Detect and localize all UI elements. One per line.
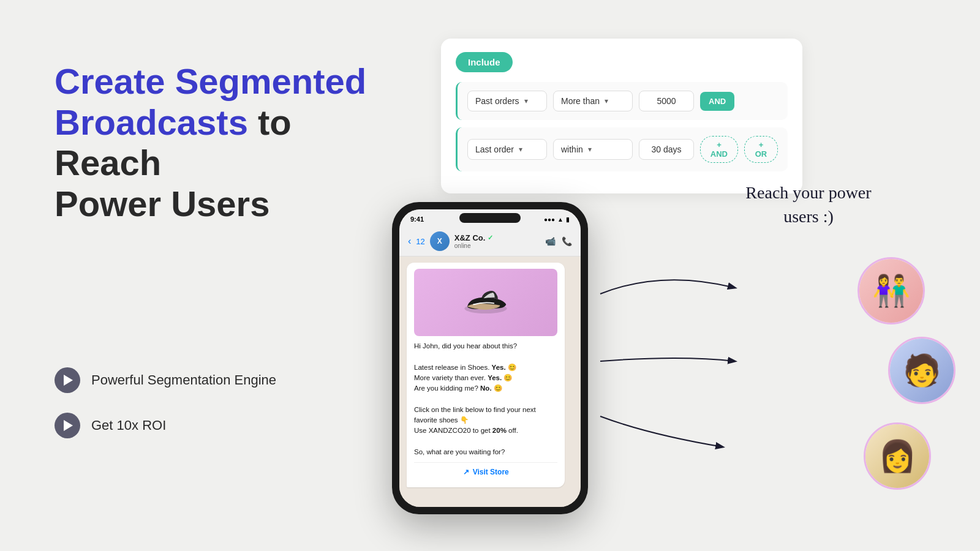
person-image-1: 👫 [859,259,923,323]
header-action-icons: 📹 📞 [545,236,572,246]
feature-item-1: Powerful Segmentation Engine [55,367,276,393]
feature-text-2: Get 10x ROI [91,418,166,433]
back-count[interactable]: 12 [416,237,424,246]
company-name: X&Z Co. ✓ [454,233,540,242]
headline-blue-part2: Broadcasts [55,102,248,142]
video-call-icon[interactable]: 📹 [545,236,556,246]
more-than-select[interactable]: More than ▾ [553,91,633,111]
features-section: Powerful Segmentation Engine Get 10x ROI [55,367,276,458]
headline-blue-part1: Create Segmented [55,61,366,101]
plus-or-button[interactable]: + OR [744,136,778,163]
last-order-select[interactable]: Last order ▾ [467,139,547,160]
and-button[interactable]: AND [700,92,734,111]
time-display: 9:41 [410,216,424,223]
status-icons: ●●● ▲ ▮ [544,216,570,223]
company-info: X&Z Co. ✓ online [454,233,540,249]
phone-notch [459,213,521,223]
back-arrow-icon[interactable]: ‹ [408,236,411,247]
plus-and-button[interactable]: + AND [700,136,738,163]
past-orders-select[interactable]: Past orders ▾ [467,91,547,111]
chevron-down-icon: ▾ [524,97,528,105]
play-icon-1 [55,367,80,393]
phone-call-icon[interactable]: 📞 [562,236,572,246]
chevron-down-icon-3: ▾ [519,145,522,154]
signal-icon: ●●● [544,216,555,223]
feature-item-2: Get 10x ROI [55,413,276,438]
feature-text-1: Powerful Segmentation Engine [91,372,276,388]
company-status: online [454,242,540,249]
avatar-3: 👩 [864,422,931,490]
value-input-5000[interactable]: 5000 [639,91,694,111]
headline-section: Create Segmented Broadcasts to Reach Pow… [55,61,398,225]
person-image-3: 👩 [865,424,929,488]
avatar-2: 🧑 [888,337,956,404]
chat-text: Hi John, did you hear about this? Latest… [414,341,557,457]
shoe-svg [461,284,510,321]
person-image-2: 🧑 [890,339,954,402]
chevron-down-icon-2: ▾ [605,97,608,105]
handwritten-text: Reach your power users :) [732,181,885,228]
segment-row-2: Last order ▾ within ▾ 30 days + AND + OR [456,127,788,171]
chat-header: ‹ 12 X X&Z Co. ✓ online 📹 📞 [399,227,581,257]
verified-icon: ✓ [488,234,493,242]
play-icon-2 [55,413,80,438]
main-headline: Create Segmented Broadcasts to Reach Pow… [55,61,398,225]
arrows-graphic [588,257,802,490]
within-select[interactable]: within ▾ [553,139,633,160]
chat-body: Hi John, did you hear about this? Latest… [399,257,581,507]
phone-frame: 9:41 ●●● ▲ ▮ ‹ 12 X X&Z Co. ✓ online [392,202,588,514]
value-30-days[interactable]: 30 days [639,139,694,160]
include-button[interactable]: Include [456,52,513,72]
product-image [414,269,557,336]
phone-screen: 9:41 ●●● ▲ ▮ ‹ 12 X X&Z Co. ✓ online [399,209,581,507]
company-logo: X [430,231,450,251]
chat-bubble: Hi John, did you hear about this? Latest… [407,263,565,487]
wifi-icon: ▲ [557,216,564,223]
visit-store-button[interactable]: ↗ Visit Store [414,462,557,481]
avatar-1: 👫 [858,257,925,324]
chevron-down-icon-4: ▾ [588,145,592,154]
segmentation-card: Include Past orders ▾ More than ▾ 5000 A… [441,39,802,193]
battery-icon: ▮ [566,216,570,223]
headline-dark-part4: Power Users [55,184,270,223]
phone-mockup: 9:41 ●●● ▲ ▮ ‹ 12 X X&Z Co. ✓ online [392,202,606,520]
external-link-icon: ↗ [463,468,469,476]
segment-row-1: Past orders ▾ More than ▾ 5000 AND [456,82,788,120]
